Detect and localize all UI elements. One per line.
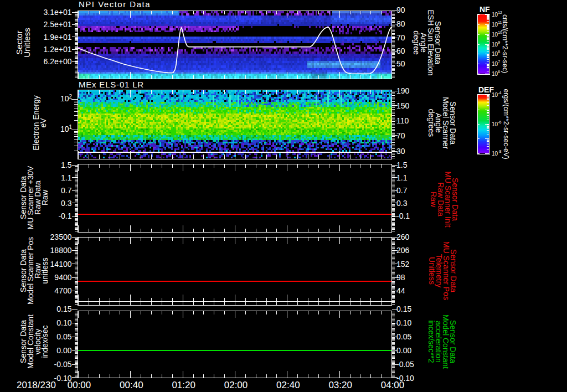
svg-text:9400: 9400 xyxy=(54,273,71,282)
svg-text:110: 110 xyxy=(396,116,409,125)
svg-text:NPI Vector Data: NPI Vector Data xyxy=(79,0,151,9)
svg-text:-0.05: -0.05 xyxy=(396,360,414,369)
svg-text:152: 152 xyxy=(396,260,410,269)
svg-text:0.05: 0.05 xyxy=(396,332,411,341)
svg-text:02:40: 02:40 xyxy=(276,380,300,390)
svg-text:04:00: 04:00 xyxy=(381,380,405,390)
svg-text:190: 190 xyxy=(396,86,410,95)
svg-text:Raw: Raw xyxy=(429,192,438,208)
svg-text:90: 90 xyxy=(396,6,405,14)
svg-text:1.9e+01: 1.9e+01 xyxy=(44,33,72,42)
svg-text:2.5e+01: 2.5e+01 xyxy=(44,20,72,29)
svg-text:00:00: 00:00 xyxy=(68,380,91,390)
svg-text:03:20: 03:20 xyxy=(328,380,352,390)
svg-text:unitless: unitless xyxy=(40,257,49,283)
svg-text:150: 150 xyxy=(396,101,410,110)
svg-text:1.2e+01: 1.2e+01 xyxy=(44,45,72,54)
svg-text:70: 70 xyxy=(396,131,405,140)
svg-text:eV: eV xyxy=(39,118,48,128)
svg-text:0.00: 0.00 xyxy=(396,346,411,355)
svg-text:206: 206 xyxy=(396,246,410,255)
svg-text:0.15: 0.15 xyxy=(396,305,411,313)
svg-text:incex/sec**2: incex/sec**2 xyxy=(427,320,436,363)
svg-text:0.3: 0.3 xyxy=(61,199,72,208)
svg-text:02:00: 02:00 xyxy=(224,380,248,390)
svg-text:0.10: 0.10 xyxy=(396,318,411,327)
svg-text:-0.05: -0.05 xyxy=(54,360,72,369)
svg-text:1.1: 1.1 xyxy=(61,173,72,182)
svg-text:01:20: 01:20 xyxy=(172,380,195,390)
svg-text:Raw: Raw xyxy=(40,189,49,205)
svg-text:23500: 23500 xyxy=(50,233,72,241)
svg-text:0.7: 0.7 xyxy=(396,186,408,195)
svg-text:4700: 4700 xyxy=(54,286,71,295)
svg-text:260: 260 xyxy=(396,233,410,241)
svg-text:-0.1: -0.1 xyxy=(396,212,410,220)
svg-text:1.1: 1.1 xyxy=(396,173,408,182)
svg-text:30: 30 xyxy=(396,147,405,156)
svg-text:ergs/(cm**2-sr-sec-eV): ergs/(cm**2-sr-sec-eV) xyxy=(502,89,510,159)
svg-text:index/sec: index/sec xyxy=(40,325,49,358)
svg-text:0.10: 0.10 xyxy=(56,318,71,327)
svg-text:14100: 14100 xyxy=(50,260,72,269)
svg-text:0.15: 0.15 xyxy=(56,305,71,313)
svg-text:60: 60 xyxy=(396,47,405,55)
svg-text:00:40: 00:40 xyxy=(120,380,143,390)
svg-text:80: 80 xyxy=(396,19,405,28)
svg-text:degree: degree xyxy=(412,30,421,55)
svg-text:0.3: 0.3 xyxy=(396,199,408,208)
svg-text:Unitless: Unitless xyxy=(22,28,32,57)
svg-text:2018/230: 2018/230 xyxy=(17,380,56,390)
svg-text:0.05: 0.05 xyxy=(56,332,71,341)
svg-text:MEx ELS-01 LR: MEx ELS-01 LR xyxy=(79,80,144,89)
svg-text:NF: NF xyxy=(480,5,490,14)
svg-text:1.5: 1.5 xyxy=(396,161,408,169)
svg-text:0.00: 0.00 xyxy=(56,346,71,355)
svg-text:18800: 18800 xyxy=(50,246,72,255)
svg-text:1.5: 1.5 xyxy=(61,161,72,169)
svg-text:70: 70 xyxy=(396,33,405,42)
svg-text:0.7: 0.7 xyxy=(61,186,72,195)
svg-text:50: 50 xyxy=(396,59,405,68)
svg-text:degrees: degrees xyxy=(427,109,436,137)
svg-text:98: 98 xyxy=(396,273,405,282)
svg-text:-0.1: -0.1 xyxy=(58,212,71,220)
svg-text:Unitless: Unitless xyxy=(427,257,436,285)
svg-text:6.2e+00: 6.2e+00 xyxy=(44,57,72,66)
svg-text:44: 44 xyxy=(396,286,405,295)
svg-text:3.1e+01: 3.1e+01 xyxy=(44,8,72,17)
svg-text:cnts/(cm**2-sr-sec): cnts/(cm**2-sr-sec) xyxy=(501,14,509,73)
